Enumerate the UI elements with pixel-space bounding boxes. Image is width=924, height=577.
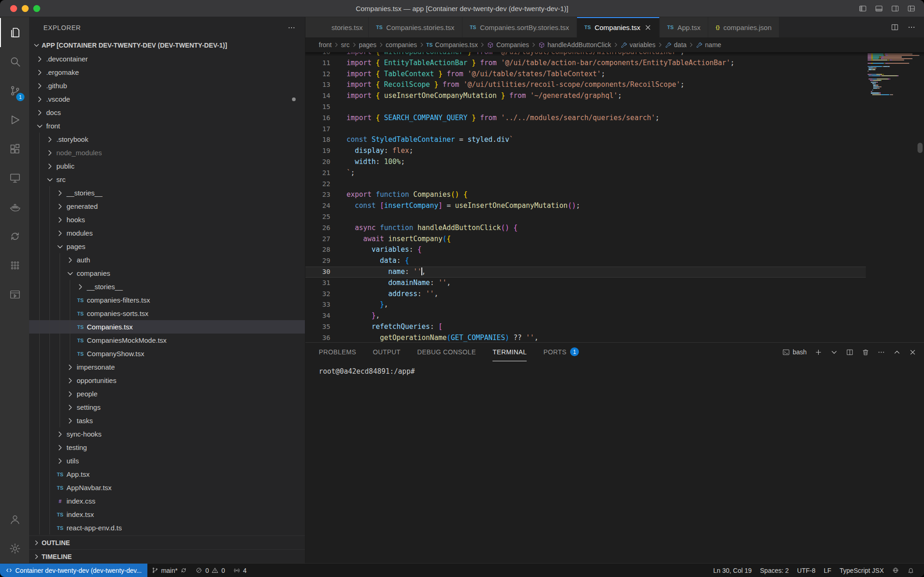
breadcrumb-item-Companies.tsx[interactable]: TSCompanies.tsx <box>426 41 478 49</box>
code-line-20[interactable]: 20 width: 100%; <box>305 157 866 168</box>
line-number[interactable]: 33 <box>305 299 346 310</box>
tab-stories.tsx[interactable]: stories.tsx <box>305 17 369 37</box>
line-number[interactable]: 26 <box>305 223 346 234</box>
branch-indicator[interactable]: main* <box>147 564 192 577</box>
tree-folder-__stories__[interactable]: __stories__ <box>29 186 305 200</box>
terminal-shell-selector[interactable]: bash <box>782 348 807 356</box>
workspace-section-header[interactable]: APP [CONTAINER DEV-TWENTY-DEV (DEV-TWENT… <box>29 38 305 52</box>
tree-file-Companies.tsx[interactable]: TSCompanies.tsx <box>29 320 305 334</box>
code-line-11[interactable]: 11import { EntityTableActionBar } from '… <box>305 58 866 69</box>
activity-item-explorer[interactable] <box>0 18 29 47</box>
line-number[interactable]: 21 <box>305 168 346 179</box>
tree-folder-sync-hooks[interactable]: sync-hooks <box>29 427 305 441</box>
maximize-panel-icon[interactable] <box>893 348 901 356</box>
tree-folder-modules[interactable]: modules <box>29 226 305 240</box>
line-number[interactable]: 31 <box>305 278 346 289</box>
code-line-31[interactable]: 31 domainName: '', <box>305 278 866 289</box>
tree-folder-public[interactable]: public <box>29 159 305 173</box>
line-number[interactable]: 11 <box>305 58 346 69</box>
code-line-27[interactable]: 27 await insertCompany({ <box>305 234 866 245</box>
code-line-25[interactable]: 25 <box>305 212 866 223</box>
line-number[interactable]: 29 <box>305 255 346 267</box>
code-line-36[interactable]: 36 getOperationName(GET_COMPANIES) ?? ''… <box>305 333 866 342</box>
ports-indicator[interactable]: 4 <box>229 564 251 577</box>
kill-terminal-icon[interactable] <box>862 348 869 356</box>
notifications-indicator[interactable] <box>903 564 918 577</box>
split-terminal-icon[interactable] <box>846 348 854 356</box>
line-number[interactable]: 30 <box>305 267 346 278</box>
code-line-32[interactable]: 32 address: '', <box>305 289 866 300</box>
line-number[interactable]: 22 <box>305 179 346 190</box>
section-header-outline[interactable]: OUTLINE <box>29 535 305 549</box>
code-line-12[interactable]: 12import { TableContext } from '@/ui/tab… <box>305 69 866 80</box>
line-number[interactable]: 10 <box>305 52 346 58</box>
tree-file-CompaniesMockMode.tsx[interactable]: TSCompaniesMockMode.tsx <box>29 334 305 347</box>
line-number[interactable]: 25 <box>305 212 346 223</box>
tab-Companies.stories.tsx[interactable]: TSCompanies.stories.tsx <box>369 17 462 37</box>
line-number[interactable]: 23 <box>305 189 346 200</box>
tree-file-companies-sorts.tsx[interactable]: TScompanies-sorts.tsx <box>29 307 305 320</box>
sync-changes-icon[interactable] <box>180 567 187 574</box>
tree-folder-tasks[interactable]: tasks <box>29 414 305 427</box>
tree-file-react-app-env.d.ts[interactable]: TSreact-app-env.d.ts <box>29 521 305 534</box>
code-line-17[interactable]: 17 <box>305 124 866 135</box>
tree-folder-front[interactable]: front <box>29 119 305 133</box>
line-number[interactable]: 18 <box>305 134 346 146</box>
close-tab-icon[interactable] <box>644 24 652 31</box>
cursor-position-indicator[interactable]: Ln 30, Col 19 <box>709 564 756 577</box>
line-number[interactable]: 16 <box>305 113 346 124</box>
line-number[interactable]: 13 <box>305 79 346 91</box>
toggle-panel-icon[interactable] <box>875 4 883 13</box>
code-line-22[interactable]: 22 <box>305 179 866 190</box>
breadcrumb-item-src[interactable]: src <box>341 41 350 49</box>
code-line-13[interactable]: 13import { RecoilScope } from '@/ui/util… <box>305 79 866 91</box>
tab-Companies.tsx[interactable]: TSCompanies.tsx <box>577 17 660 37</box>
activity-item-extensions[interactable] <box>0 134 29 164</box>
panel-tab-problems[interactable]: PROBLEMS <box>319 343 356 361</box>
code-line-26[interactable]: 26 async function handleAddButtonClick()… <box>305 223 866 234</box>
close-window-button[interactable] <box>10 5 17 12</box>
zoom-window-button[interactable] <box>33 5 40 12</box>
breadcrumb-item-pages[interactable]: pages <box>359 41 377 49</box>
code-line-16[interactable]: 16import { SEARCH_COMPANY_QUERY } from '… <box>305 113 866 124</box>
language-mode-indicator[interactable]: TypeScript JSX <box>835 564 888 577</box>
tree-folder-docs[interactable]: docs <box>29 106 305 119</box>
tree-folder-pages[interactable]: pages <box>29 240 305 253</box>
panel-more-actions-icon[interactable] <box>877 348 885 356</box>
remote-indicator[interactable]: Container dev-twenty-dev (dev-twenty-dev… <box>0 564 147 577</box>
activity-item-source-control[interactable]: 1 <box>0 76 29 105</box>
line-number[interactable]: 17 <box>305 124 346 135</box>
panel-tab-ports[interactable]: PORTS1 <box>543 343 579 361</box>
line-number[interactable]: 14 <box>305 91 346 102</box>
tree-file-CompanyShow.tsx[interactable]: TSCompanyShow.tsx <box>29 347 305 360</box>
eol-indicator[interactable]: LF <box>820 564 835 577</box>
terminal[interactable]: root@0a42ecd84891:/app# <box>305 361 924 563</box>
code-line-10[interactable]: 10import { WithTopBarContainer } from '@… <box>305 52 866 58</box>
line-number[interactable]: 19 <box>305 146 346 157</box>
code-line-34[interactable]: 34 }, <box>305 310 866 322</box>
editor-more-actions-icon[interactable] <box>907 23 916 31</box>
tree-folder-.ergomake[interactable]: .ergomake <box>29 66 305 79</box>
line-number[interactable]: 28 <box>305 244 346 255</box>
tree-folder-generated[interactable]: generated <box>29 200 305 213</box>
activity-item-run-and-debug[interactable] <box>0 105 29 134</box>
code-line-35[interactable]: 35 refetchQueries: [ <box>305 322 866 333</box>
problems-indicator[interactable]: 0 0 <box>191 564 229 577</box>
activity-item-docker[interactable] <box>0 193 29 222</box>
code-line-28[interactable]: 28 variables: { <box>305 244 866 255</box>
breadcrumb-item-Companies[interactable]: Companies <box>487 41 529 49</box>
panel-tab-terminal[interactable]: TERMINAL <box>492 343 527 361</box>
tree-folder-.devcontainer[interactable]: .devcontainer <box>29 52 305 66</box>
line-number[interactable]: 12 <box>305 69 346 80</box>
tree-folder-people[interactable]: people <box>29 387 305 401</box>
tree-folder-auth[interactable]: auth <box>29 253 305 267</box>
line-number[interactable]: 27 <box>305 234 346 245</box>
line-number[interactable]: 24 <box>305 200 346 212</box>
minimize-window-button[interactable] <box>22 5 29 12</box>
breadcrumb-item-front[interactable]: front <box>319 41 332 49</box>
tree-folder-opportunities[interactable]: opportunities <box>29 374 305 387</box>
encoding-indicator[interactable]: UTF-8 <box>793 564 820 577</box>
tree-folder-src[interactable]: src <box>29 173 305 186</box>
line-number[interactable]: 32 <box>305 289 346 300</box>
activity-item-live-preview[interactable] <box>0 280 29 309</box>
